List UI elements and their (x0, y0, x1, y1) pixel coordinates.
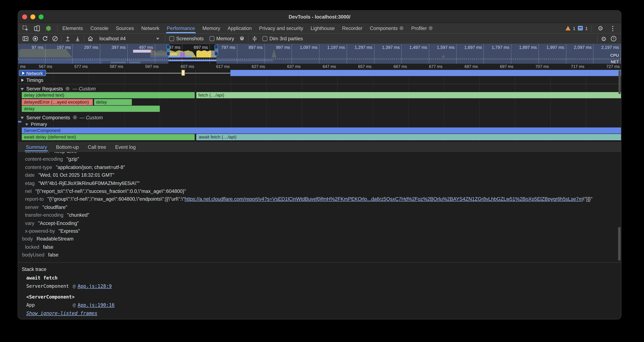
settings-gear-icon[interactable]: ⚙ (596, 24, 605, 33)
tab-application[interactable]: Application (224, 23, 256, 33)
property-row: nel"{\"report_to\":\"cf-nel\",\"success_… (18, 188, 621, 196)
tracks-scrollbar[interactable] (618, 70, 620, 94)
collapse-tracks-icon[interactable] (250, 34, 260, 43)
screenshots-checkbox[interactable]: Screenshots (169, 36, 204, 41)
summary-scrollbar[interactable] (618, 227, 621, 261)
overview-time-label: 1,897 ms (511, 44, 539, 64)
record-and-reload-icon[interactable] (40, 34, 50, 43)
device-toolbar-icon[interactable] (32, 24, 42, 33)
server-requests-header[interactable]: Server Requests — Custom (18, 85, 621, 92)
more-menu-icon[interactable]: ⋮ (608, 24, 618, 33)
collapse-arrow-icon[interactable] (20, 88, 24, 90)
tab-privacy-and-security[interactable]: Privacy and security (256, 23, 307, 33)
tab-profiler[interactable]: Profiler (408, 23, 437, 33)
tab-console[interactable]: Console (87, 23, 112, 33)
record-icon[interactable] (30, 34, 40, 43)
tab-lighthouse[interactable]: Lighthouse (307, 23, 338, 33)
save-profile-icon[interactable] (73, 34, 82, 43)
window-title: DevTools - localhost:3000/ (18, 11, 621, 23)
stack-trace: await fetch ServerComponent @ App.js:128… (18, 274, 621, 317)
flame-bar-delay[interactable]: delay (94, 99, 132, 105)
tab-label: Network (141, 25, 160, 31)
tab-sources[interactable]: Sources (112, 23, 138, 33)
expand-arrow-icon[interactable] (22, 79, 24, 82)
flame-bar-await-delay[interactable]: await delay (deferred text) (22, 134, 194, 140)
tab-recorder[interactable]: Recorder (338, 23, 366, 33)
inspect-icon[interactable] (20, 24, 30, 33)
flame-bar-await-fetch-selected[interactable]: await fetch (…/api) (196, 134, 622, 140)
overview-time-label: 897 ms (238, 44, 265, 64)
frame-source-link[interactable]: App.js:190:16 (78, 302, 114, 308)
summary-pane[interactable]: connection"keep-alive" content-encoding"… (18, 152, 621, 319)
primary-subtrack[interactable]: Primary (18, 121, 621, 127)
selected-tab-underline (166, 32, 196, 33)
flame-bar-delay-deferred[interactable]: delay (deferred text) (22, 92, 194, 98)
tab-elements[interactable]: Elements (59, 23, 87, 33)
stack-trace-title: Stack trace (18, 263, 621, 274)
warning-icon[interactable] (566, 26, 570, 31)
tab-label: Profiler (411, 25, 427, 31)
property-key: vary (25, 220, 34, 226)
overview-time-label: 797 ms (210, 44, 238, 64)
home-icon[interactable] (86, 34, 95, 43)
tab-label: Sources (116, 25, 134, 31)
frame-at: @ (73, 283, 76, 289)
property-row: content-type"application/json; charset=u… (18, 164, 621, 172)
report-url-link[interactable]: https://a.nel.cloudflare.com/report/v4?s… (184, 196, 583, 202)
selection-handle-left[interactable] (166, 45, 170, 56)
details-tabbar: Summary Bottom-up Call tree Event log (18, 142, 621, 152)
network-track[interactable]: Network (18, 70, 621, 77)
memory-checkbox[interactable]: Memory (209, 36, 234, 41)
property-value: "{\"group\":\"cf-nel\",\"max_age\":60480… (48, 196, 592, 202)
flame-bar-delayed-error[interactable]: delayedError (…ayed exception) (22, 99, 93, 105)
flame-bar-server-component[interactable]: ServerComponent (22, 127, 621, 134)
flame-chart[interactable]: Network Timings Server Requests — Custom… (18, 70, 621, 142)
issues-icon[interactable] (578, 26, 583, 31)
frame-source-link[interactable]: App.js:128:9 (78, 283, 112, 289)
load-profile-icon[interactable] (63, 34, 73, 43)
timings-track[interactable]: Timings (18, 77, 621, 84)
checkbox-box (262, 36, 267, 41)
network-request-bar[interactable] (230, 70, 621, 76)
server-components-header[interactable]: Server Components — Custom (18, 114, 621, 121)
tab-event-log[interactable]: Event log (110, 143, 140, 151)
property-value: ReadableStream (36, 236, 74, 242)
dim-3rd-parties-checkbox[interactable]: Dim 3rd parties (262, 36, 303, 41)
property-row: lockedfalse (18, 244, 621, 252)
tab-memory[interactable]: Memory (199, 23, 224, 33)
tab-label: Privacy and security (259, 25, 303, 31)
tab-call-tree[interactable]: Call tree (83, 143, 110, 151)
flame-bar-delay[interactable]: delay (22, 106, 160, 112)
tab-components[interactable]: Components (366, 23, 408, 33)
collect-garbage-icon[interactable] (237, 34, 247, 43)
collapse-arrow-icon[interactable] (20, 117, 24, 119)
clear-icon[interactable] (50, 34, 60, 43)
selection-handle-right[interactable] (214, 45, 218, 56)
tab-network[interactable]: Network (138, 23, 163, 33)
toggle-sidebar-icon[interactable] (20, 34, 30, 43)
tab-bottom-up[interactable]: Bottom-up (52, 143, 83, 151)
overview-time-label: 1,497 ms (402, 44, 429, 64)
overview-time-label: 497 ms (128, 44, 155, 64)
node-icon[interactable] (44, 24, 54, 33)
network-track-label[interactable]: Network (19, 70, 46, 76)
devtools-tabbar: Elements Console Sources Network Perform… (18, 23, 621, 34)
tab-performance[interactable]: Performance (163, 23, 199, 33)
help-icon[interactable]: ? (609, 34, 618, 43)
collapse-arrow-icon[interactable] (25, 124, 28, 126)
property-value: "cloudflare" (42, 204, 67, 210)
network-request-bar-pending[interactable] (182, 70, 185, 76)
show-ignore-listed-link[interactable]: Show ignore-listed frames (26, 310, 98, 316)
capture-settings-gear-icon[interactable]: ⚙ (599, 34, 609, 43)
ruler-tick: 577 ms (54, 64, 89, 70)
tab-label: Console (90, 25, 108, 31)
property-row: bodyUsedfalse (18, 252, 621, 260)
tab-label: Elements (62, 25, 83, 31)
tab-label: Components (370, 25, 398, 31)
tab-summary[interactable]: Summary (22, 143, 52, 151)
flame-bar-fetch-api[interactable]: fetch (…/api) (196, 92, 622, 98)
timeline-overview[interactable]: 97 ms 197 ms 297 ms 397 ms 497 ms 597 ms… (18, 44, 621, 64)
property-row: vary"Accept-Encoding" (18, 220, 621, 228)
property-value: "gzip" (66, 156, 79, 162)
history-select[interactable]: localhost #4 (97, 36, 162, 41)
